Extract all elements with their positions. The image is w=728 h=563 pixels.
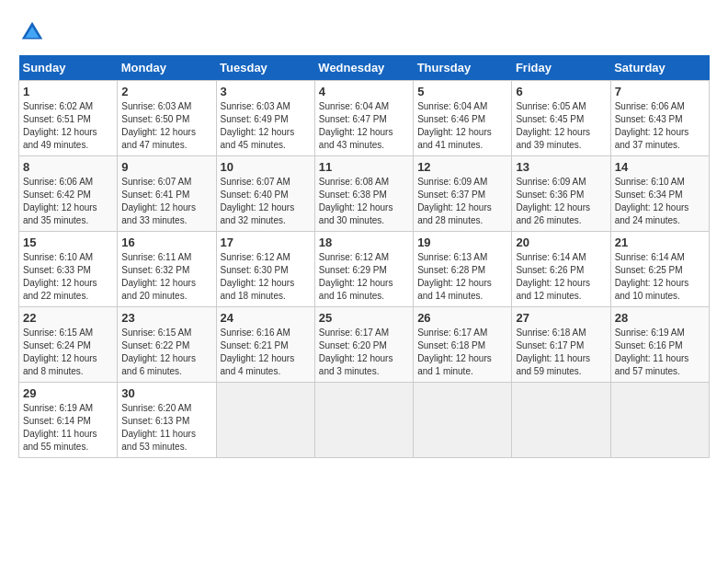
day-number: 5	[417, 85, 507, 98]
day-detail: Sunrise: 6:17 AMSunset: 6:20 PMDaylight:…	[319, 327, 393, 376]
calendar-cell: 13 Sunrise: 6:09 AMSunset: 6:36 PMDaylig…	[512, 156, 610, 232]
calendar-body: 1 Sunrise: 6:02 AMSunset: 6:51 PMDayligh…	[19, 81, 710, 458]
day-number: 9	[121, 160, 211, 174]
day-number: 3	[221, 85, 311, 98]
calendar-cell: 5 Sunrise: 6:04 AMSunset: 6:46 PMDayligh…	[414, 81, 512, 156]
calendar-cell: 9 Sunrise: 6:07 AMSunset: 6:41 PMDayligh…	[118, 156, 216, 232]
day-detail: Sunrise: 6:06 AMSunset: 6:43 PMDaylight:…	[615, 101, 689, 150]
calendar-header: SundayMondayTuesdayWednesdayThursdayFrid…	[19, 55, 710, 81]
header-day-wednesday: Wednesday	[314, 55, 413, 81]
header-day-tuesday: Tuesday	[216, 55, 314, 81]
day-detail: Sunrise: 6:16 AMSunset: 6:21 PMDaylight:…	[221, 327, 295, 376]
calendar-cell: 24 Sunrise: 6:16 AMSunset: 6:21 PMDaylig…	[216, 307, 314, 383]
calendar-week-1: 1 Sunrise: 6:02 AMSunset: 6:51 PMDayligh…	[19, 81, 710, 156]
day-detail: Sunrise: 6:14 AMSunset: 6:26 PMDaylight:…	[516, 252, 590, 301]
day-detail: Sunrise: 6:03 AMSunset: 6:50 PMDaylight:…	[121, 101, 196, 150]
header	[18, 18, 710, 46]
day-detail: Sunrise: 6:14 AMSunset: 6:25 PMDaylight:…	[615, 252, 689, 301]
day-number: 14	[615, 160, 705, 174]
day-detail: Sunrise: 6:05 AMSunset: 6:45 PMDaylight:…	[516, 101, 590, 150]
day-detail: Sunrise: 6:07 AMSunset: 6:41 PMDaylight:…	[121, 177, 196, 225]
day-detail: Sunrise: 6:09 AMSunset: 6:36 PMDaylight:…	[516, 177, 590, 225]
day-number: 24	[221, 311, 311, 325]
logo-icon	[18, 18, 46, 46]
day-number: 11	[319, 160, 409, 174]
calendar-cell: 20 Sunrise: 6:14 AMSunset: 6:26 PMDaylig…	[512, 232, 610, 307]
calendar-cell: 6 Sunrise: 6:05 AMSunset: 6:45 PMDayligh…	[512, 81, 610, 156]
day-detail: Sunrise: 6:04 AMSunset: 6:46 PMDaylight:…	[417, 101, 492, 150]
calendar-cell: 17 Sunrise: 6:12 AMSunset: 6:30 PMDaylig…	[216, 232, 314, 307]
calendar-cell: 4 Sunrise: 6:04 AMSunset: 6:47 PMDayligh…	[314, 81, 413, 156]
day-number: 29	[23, 386, 113, 400]
day-number: 22	[23, 311, 113, 325]
day-number: 26	[417, 311, 507, 325]
calendar-cell: 29 Sunrise: 6:19 AMSunset: 6:14 PMDaylig…	[19, 383, 118, 458]
day-number: 18	[319, 236, 409, 249]
calendar-cell	[512, 383, 610, 458]
calendar-cell: 23 Sunrise: 6:15 AMSunset: 6:22 PMDaylig…	[118, 307, 216, 383]
day-number: 10	[221, 160, 311, 174]
day-detail: Sunrise: 6:15 AMSunset: 6:24 PMDaylight:…	[23, 327, 97, 376]
calendar-table: SundayMondayTuesdayWednesdayThursdayFrid…	[18, 55, 710, 458]
logo	[18, 18, 50, 46]
day-detail: Sunrise: 6:10 AMSunset: 6:33 PMDaylight:…	[23, 252, 97, 301]
day-detail: Sunrise: 6:03 AMSunset: 6:49 PMDaylight:…	[221, 101, 295, 150]
calendar-cell: 16 Sunrise: 6:11 AMSunset: 6:32 PMDaylig…	[118, 232, 216, 307]
day-detail: Sunrise: 6:02 AMSunset: 6:51 PMDaylight:…	[23, 101, 97, 150]
calendar-cell: 25 Sunrise: 6:17 AMSunset: 6:20 PMDaylig…	[314, 307, 413, 383]
calendar-cell: 28 Sunrise: 6:19 AMSunset: 6:16 PMDaylig…	[610, 307, 709, 383]
header-day-saturday: Saturday	[610, 55, 709, 81]
day-detail: Sunrise: 6:10 AMSunset: 6:34 PMDaylight:…	[615, 177, 689, 225]
calendar-cell: 14 Sunrise: 6:10 AMSunset: 6:34 PMDaylig…	[610, 156, 709, 232]
calendar-cell: 11 Sunrise: 6:08 AMSunset: 6:38 PMDaylig…	[314, 156, 413, 232]
calendar-cell: 15 Sunrise: 6:10 AMSunset: 6:33 PMDaylig…	[19, 232, 118, 307]
day-detail: Sunrise: 6:13 AMSunset: 6:28 PMDaylight:…	[417, 252, 492, 301]
day-number: 30	[121, 386, 211, 400]
header-day-sunday: Sunday	[19, 55, 118, 81]
calendar-cell: 7 Sunrise: 6:06 AMSunset: 6:43 PMDayligh…	[610, 81, 709, 156]
day-number: 8	[23, 160, 113, 174]
day-number: 7	[615, 85, 705, 98]
calendar-cell: 2 Sunrise: 6:03 AMSunset: 6:50 PMDayligh…	[118, 81, 216, 156]
calendar-cell: 26 Sunrise: 6:17 AMSunset: 6:18 PMDaylig…	[414, 307, 512, 383]
calendar-cell	[414, 383, 512, 458]
day-number: 12	[417, 160, 507, 174]
calendar-cell	[216, 383, 314, 458]
calendar-week-5: 29 Sunrise: 6:19 AMSunset: 6:14 PMDaylig…	[19, 383, 710, 458]
calendar-cell: 3 Sunrise: 6:03 AMSunset: 6:49 PMDayligh…	[216, 81, 314, 156]
calendar-cell	[314, 383, 413, 458]
header-day-monday: Monday	[118, 55, 216, 81]
day-number: 23	[121, 311, 211, 325]
day-number: 4	[319, 85, 409, 98]
calendar-cell: 18 Sunrise: 6:12 AMSunset: 6:29 PMDaylig…	[314, 232, 413, 307]
day-detail: Sunrise: 6:07 AMSunset: 6:40 PMDaylight:…	[221, 177, 295, 225]
day-number: 21	[615, 236, 705, 249]
day-number: 28	[615, 311, 705, 325]
day-detail: Sunrise: 6:06 AMSunset: 6:42 PMDaylight:…	[23, 177, 97, 225]
day-number: 2	[121, 85, 211, 98]
day-detail: Sunrise: 6:12 AMSunset: 6:29 PMDaylight:…	[319, 252, 393, 301]
calendar-cell	[610, 383, 709, 458]
day-number: 13	[516, 160, 606, 174]
day-number: 17	[221, 236, 311, 249]
day-detail: Sunrise: 6:09 AMSunset: 6:37 PMDaylight:…	[417, 177, 492, 225]
calendar-cell: 8 Sunrise: 6:06 AMSunset: 6:42 PMDayligh…	[19, 156, 118, 232]
calendar-cell: 12 Sunrise: 6:09 AMSunset: 6:37 PMDaylig…	[414, 156, 512, 232]
calendar-cell: 10 Sunrise: 6:07 AMSunset: 6:40 PMDaylig…	[216, 156, 314, 232]
calendar-week-3: 15 Sunrise: 6:10 AMSunset: 6:33 PMDaylig…	[19, 232, 710, 307]
calendar-cell: 30 Sunrise: 6:20 AMSunset: 6:13 PMDaylig…	[118, 383, 216, 458]
day-detail: Sunrise: 6:19 AMSunset: 6:16 PMDaylight:…	[615, 327, 689, 376]
day-number: 20	[516, 236, 606, 249]
day-detail: Sunrise: 6:20 AMSunset: 6:13 PMDaylight:…	[121, 403, 196, 452]
calendar-cell: 22 Sunrise: 6:15 AMSunset: 6:24 PMDaylig…	[19, 307, 118, 383]
calendar-cell: 27 Sunrise: 6:18 AMSunset: 6:17 PMDaylig…	[512, 307, 610, 383]
calendar-week-2: 8 Sunrise: 6:06 AMSunset: 6:42 PMDayligh…	[19, 156, 710, 232]
day-number: 19	[417, 236, 507, 249]
day-detail: Sunrise: 6:12 AMSunset: 6:30 PMDaylight:…	[221, 252, 295, 301]
day-number: 25	[319, 311, 409, 325]
header-day-thursday: Thursday	[414, 55, 512, 81]
calendar-week-4: 22 Sunrise: 6:15 AMSunset: 6:24 PMDaylig…	[19, 307, 710, 383]
calendar-cell: 19 Sunrise: 6:13 AMSunset: 6:28 PMDaylig…	[414, 232, 512, 307]
day-detail: Sunrise: 6:18 AMSunset: 6:17 PMDaylight:…	[516, 327, 590, 376]
day-detail: Sunrise: 6:17 AMSunset: 6:18 PMDaylight:…	[417, 327, 492, 376]
